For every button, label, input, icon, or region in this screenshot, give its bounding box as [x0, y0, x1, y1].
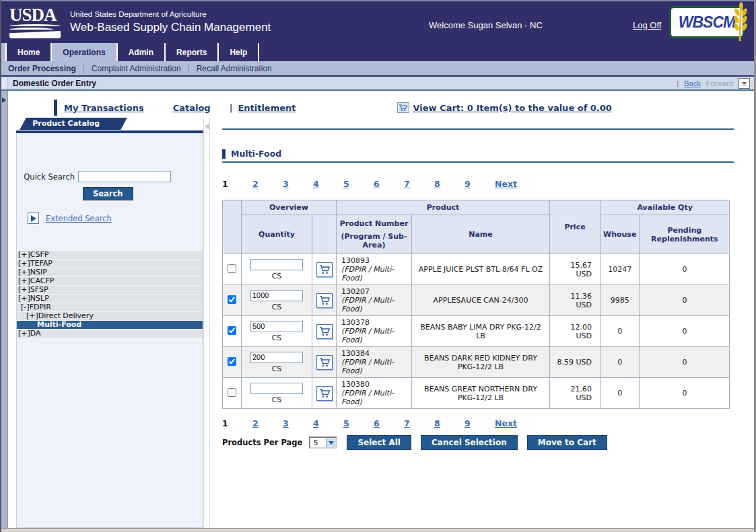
- move-to-cart-button[interactable]: Move to Cart: [527, 435, 607, 450]
- product-number: 130378: [341, 318, 409, 327]
- tree-item-csfp[interactable]: [+]CSFP: [17, 251, 203, 259]
- log-off-link[interactable]: Log Off: [633, 20, 661, 30]
- tree-item-multi-food[interactable]: Multi-Food: [17, 321, 203, 329]
- pagination-page-9[interactable]: 9: [465, 179, 495, 189]
- page-size-select[interactable]: 5: [309, 436, 337, 449]
- row-select-checkbox[interactable]: [228, 264, 236, 273]
- product-table: Overview Product Price Available Qty Qua…: [222, 200, 730, 409]
- pagination-page-8[interactable]: 8: [434, 179, 465, 189]
- select-dropdown-arrow-icon: [326, 438, 336, 447]
- product-number-header-line2: (Program / Sub-Area): [339, 232, 409, 250]
- unit-label: CS: [244, 272, 309, 280]
- pagination-page-3[interactable]: 3: [283, 418, 313, 428]
- quick-search-input[interactable]: [78, 171, 171, 182]
- unit-label: CS: [244, 334, 309, 342]
- pagination-page-2[interactable]: 2: [252, 418, 283, 428]
- whouse-qty: 0: [600, 347, 640, 378]
- tree-item-fdpir[interactable]: [-]FDPIR: [17, 303, 203, 311]
- page-size-value: 5: [310, 439, 326, 447]
- pagination-page-5[interactable]: 5: [343, 418, 374, 428]
- product-program: (FDPIR / Multi-Food): [341, 389, 409, 406]
- pagination-page-5[interactable]: 5: [343, 179, 374, 189]
- quantity-input[interactable]: [250, 321, 303, 332]
- section-title: Multi-Food: [231, 149, 281, 159]
- add-to-cart-icon[interactable]: [316, 355, 333, 370]
- main-panel: Multi-Food 1 2 3 4 5 6 7 8 9 Next: [210, 118, 754, 528]
- quantity-input[interactable]: [250, 383, 303, 394]
- add-to-cart-icon[interactable]: [316, 293, 333, 308]
- row-select-checkbox[interactable]: [228, 326, 236, 335]
- tab-help[interactable]: Help: [219, 43, 259, 61]
- wbscm-logo: WBSCM: [669, 6, 745, 38]
- product-name: BEANS BABY LIMA DRY PKG-12/2 LB: [412, 316, 550, 347]
- pending-qty: 0: [640, 285, 730, 316]
- column-header-pending: Pending Replenishments: [640, 215, 730, 254]
- tree-item-sfsp[interactable]: [+]SFSP: [17, 286, 203, 294]
- product-name: BEANS DARK RED KIDNEY DRY PKG-12/2 LB: [412, 347, 550, 378]
- pagination-page-4[interactable]: 4: [313, 418, 343, 428]
- product-price: 11.36 USD: [550, 285, 600, 316]
- tab-home[interactable]: Home: [7, 43, 52, 61]
- pagination-page-8[interactable]: 8: [434, 418, 465, 428]
- quantity-input[interactable]: [250, 352, 303, 363]
- panel-splitter[interactable]: [203, 118, 210, 528]
- sub-nav: Order Processing | Complaint Administrat…: [1, 61, 754, 75]
- main-nav-tabs: Home Operations Admin Reports Help: [1, 43, 754, 61]
- tab-operations[interactable]: Operations: [52, 43, 117, 61]
- view-cart-label: View Cart: 0 Item(s) to the value of 0.0…: [413, 103, 612, 113]
- add-to-cart-icon[interactable]: [316, 386, 333, 401]
- product-number: 130380: [341, 380, 409, 389]
- tree-item-cacfp[interactable]: [+]CACFP: [17, 277, 203, 285]
- quantity-input[interactable]: [250, 290, 303, 301]
- section-accent-bar: [222, 149, 226, 159]
- pagination-top: 1 2 3 4 5 6 7 8 9 Next: [222, 179, 734, 189]
- pagination-page-9[interactable]: 9: [465, 418, 495, 428]
- pagination-page-7[interactable]: 7: [404, 418, 434, 428]
- tree-item-da[interactable]: [+]DA: [17, 330, 203, 338]
- subnav-recall-administration[interactable]: Recall Administration: [190, 64, 279, 73]
- toolbar-separator: |: [230, 103, 233, 113]
- add-to-cart-icon[interactable]: [316, 262, 333, 277]
- tab-admin[interactable]: Admin: [118, 43, 166, 61]
- catalog-link[interactable]: Catalog: [173, 103, 211, 113]
- row-select-checkbox[interactable]: [228, 388, 236, 397]
- search-button[interactable]: Search: [83, 187, 133, 200]
- back-link[interactable]: Back: [684, 79, 700, 87]
- row-select-checkbox[interactable]: [228, 357, 236, 366]
- department-name: United States Department of Agriculture: [70, 10, 271, 18]
- tab-strip-lead: [1, 43, 7, 61]
- quantity-input[interactable]: [250, 259, 303, 270]
- pagination-page-6[interactable]: 6: [374, 179, 404, 189]
- select-all-button[interactable]: Select All: [347, 435, 411, 450]
- whouse-qty: 0: [600, 316, 640, 347]
- content-area: My Transactions Catalog | Entitlement Vi…: [1, 91, 754, 528]
- my-transactions-link[interactable]: My Transactions: [64, 103, 144, 113]
- unit-label: CS: [244, 303, 309, 311]
- pagination-page-7[interactable]: 7: [404, 179, 434, 189]
- tree-item-direct-delivery[interactable]: [+]Direct Delivery: [17, 312, 203, 320]
- pagination-page-3[interactable]: 3: [283, 179, 313, 189]
- subnav-order-processing[interactable]: Order Processing: [1, 64, 83, 73]
- tree-item-nsip[interactable]: [+]NSIP: [17, 268, 203, 276]
- tree-item-nslp[interactable]: [+]NSLP: [17, 295, 203, 303]
- subnav-complaint-administration[interactable]: Complaint Administration: [85, 64, 188, 73]
- tab-reports[interactable]: Reports: [166, 43, 219, 61]
- extended-search-expand-icon[interactable]: [28, 213, 39, 224]
- pagination-page-2[interactable]: 2: [252, 179, 283, 189]
- product-number: 130384: [341, 349, 409, 358]
- pagination-next-link[interactable]: Next: [495, 179, 517, 189]
- quick-search-label: Quick Search: [17, 172, 75, 182]
- pagination-page-6[interactable]: 6: [374, 418, 404, 428]
- row-select-checkbox[interactable]: [228, 295, 236, 304]
- view-cart-link[interactable]: View Cart: 0 Item(s) to the value of 0.0…: [397, 102, 612, 113]
- wbscm-logo-text: WBSCM: [679, 13, 735, 32]
- extended-search-link[interactable]: Extended Search: [46, 214, 112, 223]
- add-to-cart-icon[interactable]: [316, 324, 333, 339]
- entitlement-link[interactable]: Entitlement: [238, 103, 296, 113]
- history-menu-icon[interactable]: ≡: [738, 78, 750, 89]
- pagination-page-4[interactable]: 4: [313, 179, 343, 189]
- cancel-selection-button[interactable]: Cancel Selection: [421, 435, 518, 450]
- tree-item-tefap[interactable]: [+]TEFAP: [17, 260, 203, 268]
- left-collapse-rail[interactable]: [1, 91, 8, 528]
- pagination-next-link[interactable]: Next: [495, 418, 517, 428]
